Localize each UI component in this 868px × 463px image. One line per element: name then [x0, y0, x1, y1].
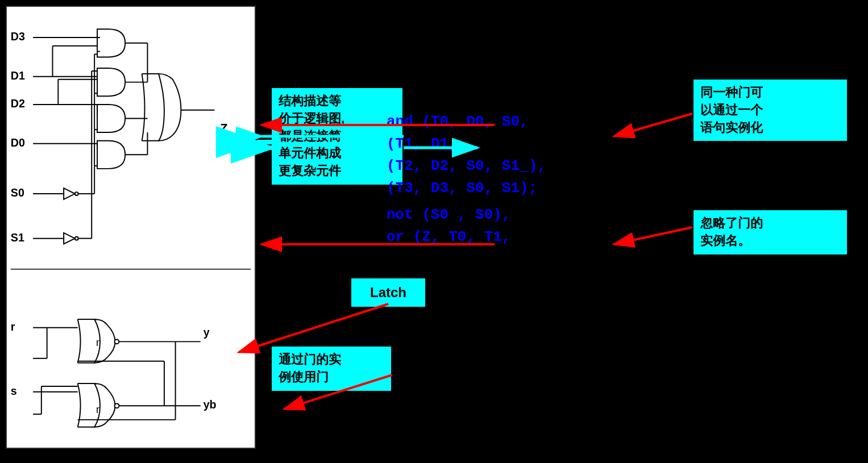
svg-text:yb: yb [203, 398, 217, 411]
same-gate-text: 同一种门可 以通过一个 语句实例化 [700, 85, 763, 135]
svg-text:D0: D0 [11, 136, 25, 149]
svg-text:D2: D2 [11, 97, 25, 110]
ignored-instance-text: 忽略了门的 实例名。 [700, 216, 763, 248]
svg-marker-31 [64, 233, 75, 244]
svg-line-75 [614, 114, 692, 136]
svg-text:Z: Z [220, 121, 227, 135]
latch-text: Latch [370, 285, 406, 300]
code-line-1: and (T0, D0, S0, [387, 111, 546, 133]
svg-text:S1: S1 [11, 231, 24, 244]
svg-text:D3: D3 [11, 30, 25, 43]
code-line-3: (T2, D2, S0, S1_), [387, 155, 546, 177]
svg-point-51 [115, 403, 119, 408]
svg-text:y: y [203, 326, 210, 339]
svg-text:S0: S0 [11, 186, 24, 199]
code-line-6: or (Z, T0, T1, [387, 226, 546, 248]
code-block: and (T0, D0, S0, (T1, D1, (T2, D2, S0, S… [387, 111, 546, 248]
svg-point-32 [75, 237, 78, 240]
structural-description-box: 结构描述等 价于逻辑图, 都是连接简 单元件构成 更复杂元件 [272, 88, 402, 185]
svg-line-76 [614, 227, 692, 244]
logic-diagram: D3 D1 D2 D0 S0 S1 Z [6, 6, 256, 449]
structural-description-text: 结构描述等 价于逻辑图, 都是连接简 单元件构成 更复杂元件 [279, 94, 344, 178]
code-line-5: not (S0 , S0), [387, 204, 546, 226]
latch-box: Latch [351, 278, 425, 307]
svg-point-50 [115, 339, 119, 344]
gate-use-text: 通过门的实 例使用门 [279, 352, 341, 384]
gate-use-box: 通过门的实 例使用门 [272, 347, 391, 391]
ignored-instance-box: 忽略了门的 实例名。 [693, 210, 847, 255]
svg-line-73 [239, 304, 388, 352]
svg-marker-23 [64, 188, 75, 199]
svg-point-24 [75, 192, 78, 195]
same-gate-box: 同一种门可 以通过一个 语句实例化 [693, 80, 847, 141]
code-line-4: (T3, D3, S0, S1); [387, 177, 546, 199]
svg-text:D1: D1 [11, 69, 25, 82]
svg-text:s: s [11, 385, 17, 397]
code-line-2: (T1, D1, [387, 133, 546, 155]
svg-text:r: r [11, 320, 15, 333]
